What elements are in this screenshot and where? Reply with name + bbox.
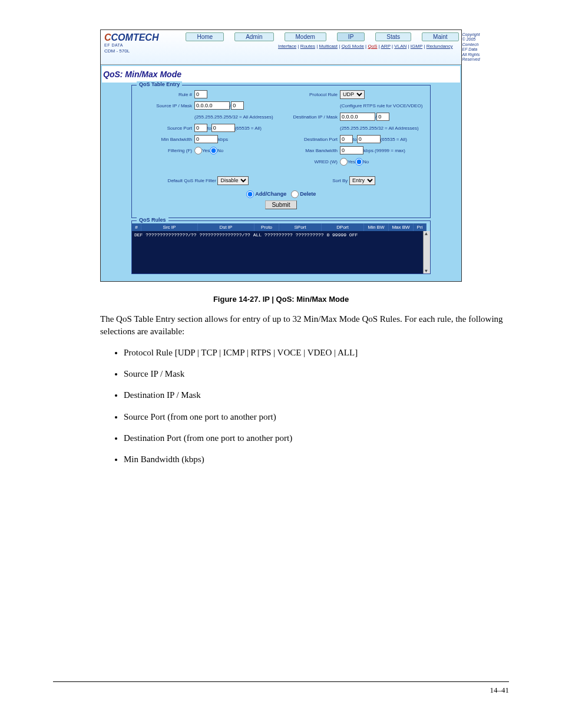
default-filter-select[interactable]: Disable xyxy=(217,176,249,185)
sub-nav: Interface | Routes | Multicast | QoS Mod… xyxy=(162,42,458,50)
max-bw-label: Max Bandwidth xyxy=(281,148,340,153)
scrollbar[interactable] xyxy=(423,231,430,274)
delete-option[interactable]: Delete xyxy=(291,191,316,197)
subnav-interface[interactable]: Interface xyxy=(278,44,296,49)
main-nav: Home Admin Modem IP Stats Maint xyxy=(186,30,458,42)
submit-button[interactable]: Submit xyxy=(265,200,296,209)
delete-radio[interactable] xyxy=(291,190,299,198)
figure-paragraph: The QoS Table Entry section allows for e… xyxy=(100,313,508,337)
nav-ip[interactable]: IP xyxy=(337,32,365,41)
rules-table-body: DEF ???????????????/?? ???????????????/?… xyxy=(132,231,430,274)
dst-port-label: Destination Port xyxy=(281,137,340,142)
rule-num-label: Rule # xyxy=(135,92,194,97)
list-item: Source Port (from one port to another po… xyxy=(124,411,508,423)
src-port-label: Source Port xyxy=(135,126,194,131)
to-label: to xyxy=(353,137,357,142)
min-bw-input[interactable] xyxy=(194,135,218,143)
to-label: to xyxy=(207,126,211,131)
add-change-radio[interactable] xyxy=(246,190,254,198)
port-note: (65535 = All) xyxy=(235,126,262,131)
protocol-select[interactable]: UDP xyxy=(340,90,365,99)
col-proto: Proto xyxy=(254,223,279,231)
max-note: kbps (99999 = max) xyxy=(363,148,405,153)
list-item: Destination IP / Mask xyxy=(124,389,508,401)
qos-table-entry-panel: QoS Table Entry Rule # Source IP / Mask … xyxy=(131,85,431,218)
dst-port-a-input[interactable] xyxy=(340,135,353,143)
ip-note: (255.255.255.255/32 = All Addresses) xyxy=(194,114,273,120)
subnav-vlan[interactable]: VLAN xyxy=(394,44,406,49)
src-port-b-input[interactable] xyxy=(211,124,235,132)
col-dport: DPort xyxy=(322,223,364,231)
ip-note: (255.255.255.255/32 = All Addresses) xyxy=(340,126,419,131)
rule-num-input[interactable] xyxy=(194,90,207,98)
src-ip-label: Source IP / Mask xyxy=(135,103,194,108)
col-dst-ip: Dst IP xyxy=(198,223,254,231)
dst-ip-label: Destination IP / Mask xyxy=(281,114,340,120)
max-bw-input[interactable] xyxy=(340,146,363,154)
delete-label: Delete xyxy=(300,191,316,197)
list-item: Min Bandwidth (kbps) xyxy=(124,453,508,465)
port-note: (65535 = All) xyxy=(381,137,407,142)
filter-yes-radio[interactable] xyxy=(194,147,202,154)
copyright-line: All Rights Reserved xyxy=(462,52,480,62)
wred-no-radio[interactable] xyxy=(355,158,363,166)
page-footer: 14–41 xyxy=(53,686,509,695)
protocol-label: Protocol Rule xyxy=(281,92,340,97)
brand-subtext: EF DATA xyxy=(104,43,158,47)
col-sport: SPort xyxy=(279,223,322,231)
filter-no-radio[interactable] xyxy=(210,147,217,154)
subnav-redundancy[interactable]: Redundancy xyxy=(427,44,453,49)
brand-logo: CCOMTECH EF DATA CDM - 570L xyxy=(101,30,162,56)
copyright-block: Copyright © 2005 Comtech EF Data All Rig… xyxy=(459,30,484,64)
col-src-ip: Src IP xyxy=(141,223,198,231)
panel-legend: QoS Table Entry xyxy=(137,81,182,87)
yes-label: Yes xyxy=(348,159,355,164)
subnav-igmp[interactable]: IGMP xyxy=(411,44,422,49)
page-title: QoS: Min/Max Mode xyxy=(102,66,460,83)
src-mask-input[interactable] xyxy=(231,101,244,110)
subnav-multicast[interactable]: Multicast xyxy=(319,44,338,49)
figure-caption: Figure 14-27. IP | QoS: Min/Max Mode xyxy=(0,295,562,304)
col-num: # xyxy=(132,223,141,231)
nav-modem[interactable]: Modem xyxy=(285,32,326,41)
add-change-option[interactable]: Add/Change xyxy=(246,191,287,197)
sort-by-select[interactable]: Entry xyxy=(349,176,375,185)
kbps-label: kbps xyxy=(218,137,228,142)
page-number: 14–41 xyxy=(490,686,510,695)
subnav-arp[interactable]: ARP xyxy=(381,44,391,49)
dst-port-b-input[interactable] xyxy=(357,135,381,143)
yes-label: Yes xyxy=(202,148,210,153)
nav-admin[interactable]: Admin xyxy=(234,32,273,41)
footer-rule xyxy=(53,681,509,682)
wred-yes-radio[interactable] xyxy=(340,158,348,166)
nav-home[interactable]: Home xyxy=(186,32,224,41)
no-label: No xyxy=(217,148,223,153)
list-item: Protocol Rule [UDP | TCP | ICMP | RTPS |… xyxy=(124,347,508,358)
rules-table-header: # Src IP Dst IP Proto SPort DPort Min BW… xyxy=(132,223,430,231)
min-bw-label: Min Bandwidth xyxy=(135,137,194,142)
web-interface-screenshot: CCOMTECH EF DATA CDM - 570L Home Admin M… xyxy=(100,29,462,282)
add-change-label: Add/Change xyxy=(255,191,286,197)
wred-label: WRED (W) xyxy=(281,159,340,164)
filter-label: Filtering (F) xyxy=(135,148,194,153)
subnav-routes[interactable]: Routes xyxy=(300,44,315,49)
copyright-line: Comtech EF Data xyxy=(462,42,480,52)
src-port-a-input[interactable] xyxy=(194,124,207,132)
model-label: CDM - 570L xyxy=(104,48,158,54)
src-ip-input[interactable] xyxy=(194,101,230,110)
subnav-qos-mode[interactable]: QoS Mode xyxy=(342,44,364,49)
default-filter-label: Default QoS Rule Filter xyxy=(168,178,216,183)
protocol-note: (Configure RTPS rule for VOCE/VDEO) xyxy=(340,103,422,108)
panel-legend: QoS Rules xyxy=(137,217,168,223)
rules-default-row: DEF ???????????????/?? ???????????????/?… xyxy=(134,232,428,238)
nav-stats[interactable]: Stats xyxy=(375,32,411,41)
dst-ip-input[interactable] xyxy=(340,113,375,121)
subnav-qos[interactable]: QoS xyxy=(368,44,377,49)
nav-maint[interactable]: Maint xyxy=(422,32,458,41)
copyright-line: Copyright © 2005 xyxy=(462,32,480,42)
no-label: No xyxy=(363,159,369,164)
sort-by-label: Sort By xyxy=(332,178,348,183)
col-max-bw: Max BW xyxy=(389,223,414,231)
dst-mask-input[interactable] xyxy=(376,113,389,121)
list-item: Destination Port (from one port to anoth… xyxy=(124,432,508,444)
